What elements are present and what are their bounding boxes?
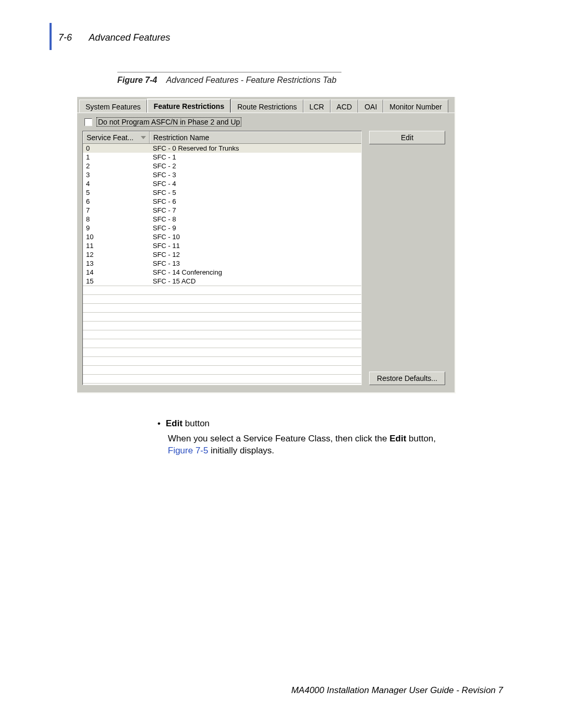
grid-line bbox=[83, 303, 361, 304]
page-number: 7-6 bbox=[58, 32, 72, 43]
tab-route-restrictions[interactable]: Route Restrictions bbox=[231, 100, 303, 113]
cell-restriction-name: SFC - 7 bbox=[150, 206, 361, 215]
cell-restriction-name: SFC - 8 bbox=[150, 215, 361, 224]
header-accent-bar bbox=[50, 23, 52, 50]
body-text: • Edit button When you select a Service … bbox=[157, 418, 455, 457]
grid-line bbox=[83, 286, 361, 286]
cell-sfc: 13 bbox=[83, 259, 150, 268]
cell-sfc: 6 bbox=[83, 197, 150, 206]
column-header-restriction-name[interactable]: Restriction Name bbox=[150, 131, 361, 143]
cell-restriction-name: SFC - 2 bbox=[150, 162, 361, 170]
cell-restriction-name: SFC - 15 ACD bbox=[150, 277, 361, 286]
restriction-list[interactable]: Service Feat... Restriction Name 0SFC - … bbox=[82, 131, 362, 385]
edit-button[interactable]: Edit bbox=[369, 131, 445, 144]
cell-restriction-name: SFC - 14 Conferencing bbox=[150, 268, 361, 277]
asfc-checkbox-label: Do not Program ASFC/N in Phase 2 and Up bbox=[96, 117, 241, 127]
cell-sfc: 11 bbox=[83, 241, 150, 250]
asfc-checkbox-row: Do not Program ASFC/N in Phase 2 and Up bbox=[84, 117, 449, 127]
figure-rule bbox=[117, 72, 341, 72]
cell-restriction-name: SFC - 12 bbox=[150, 250, 361, 259]
cell-sfc: 10 bbox=[83, 232, 150, 241]
table-row[interactable]: 4SFC - 4 bbox=[83, 179, 361, 188]
cell-sfc: 0 bbox=[83, 144, 150, 153]
running-footer: MA4000 Installation Manager User Guide -… bbox=[291, 685, 503, 696]
table-row[interactable]: 1SFC - 1 bbox=[83, 153, 361, 162]
column-header-service-feat[interactable]: Service Feat... bbox=[83, 131, 150, 143]
para-mid: button, bbox=[406, 434, 436, 443]
table-row[interactable]: 5SFC - 5 bbox=[83, 188, 361, 197]
section-title: Advanced Features bbox=[89, 32, 170, 43]
table-row[interactable]: 11SFC - 11 bbox=[83, 241, 361, 250]
para-pre: When you select a Service Feature Class,… bbox=[168, 434, 389, 443]
grid-line bbox=[83, 312, 361, 313]
cell-sfc: 1 bbox=[83, 153, 150, 162]
cell-restriction-name: SFC - 0 Reserved for Trunks bbox=[150, 144, 361, 153]
cell-sfc: 15 bbox=[83, 277, 150, 286]
sort-descending-icon bbox=[141, 136, 146, 139]
cell-sfc: 2 bbox=[83, 162, 150, 170]
table-row[interactable]: 15SFC - 15 ACD bbox=[83, 277, 361, 286]
cell-restriction-name: SFC - 10 bbox=[150, 232, 361, 241]
asfc-checkbox[interactable] bbox=[84, 118, 92, 126]
grid-line bbox=[83, 383, 361, 384]
cell-restriction-name: SFC - 4 bbox=[150, 179, 361, 188]
table-row[interactable]: 3SFC - 3 bbox=[83, 170, 361, 179]
running-header: 7-6 Advanced Features bbox=[58, 32, 170, 43]
figure-title: Advanced Features - Feature Restrictions… bbox=[166, 76, 337, 84]
table-row[interactable]: 8SFC - 8 bbox=[83, 215, 361, 224]
column-header-restriction-name-label: Restriction Name bbox=[153, 133, 209, 142]
tab-strip: System Features Feature Restrictions Rou… bbox=[77, 97, 455, 113]
cell-sfc: 7 bbox=[83, 206, 150, 215]
cell-restriction-name: SFC - 3 bbox=[150, 170, 361, 179]
tab-oai[interactable]: OAI bbox=[358, 100, 383, 113]
cell-restriction-name: SFC - 13 bbox=[150, 259, 361, 268]
tab-lcr[interactable]: LCR bbox=[303, 100, 331, 113]
side-buttons: Edit Restore Defaults... bbox=[369, 131, 449, 385]
cell-restriction-name: SFC - 11 bbox=[150, 241, 361, 250]
cell-restriction-name: SFC - 5 bbox=[150, 188, 361, 197]
list-body: 0SFC - 0 Reserved for Trunks1SFC - 12SFC… bbox=[83, 144, 361, 385]
cell-restriction-name: SFC - 1 bbox=[150, 153, 361, 162]
grid-line bbox=[83, 294, 361, 295]
cell-sfc: 3 bbox=[83, 170, 150, 179]
table-row[interactable]: 13SFC - 13 bbox=[83, 259, 361, 268]
grid-line bbox=[83, 365, 361, 366]
grid-line bbox=[83, 321, 361, 322]
tab-feature-restrictions[interactable]: Feature Restrictions bbox=[147, 98, 231, 113]
table-row[interactable]: 12SFC - 12 bbox=[83, 250, 361, 259]
tab-monitor-number[interactable]: Monitor Number bbox=[383, 100, 448, 113]
figure-label: Figure 7-4 bbox=[117, 76, 157, 84]
table-row[interactable]: 2SFC - 2 bbox=[83, 162, 361, 170]
cell-restriction-name: SFC - 9 bbox=[150, 224, 361, 232]
cell-sfc: 12 bbox=[83, 250, 150, 259]
cell-sfc: 8 bbox=[83, 215, 150, 224]
cell-sfc: 4 bbox=[83, 179, 150, 188]
table-row[interactable]: 0SFC - 0 Reserved for Trunks bbox=[83, 144, 361, 153]
cell-restriction-name: SFC - 6 bbox=[150, 197, 361, 206]
list-header: Service Feat... Restriction Name bbox=[83, 131, 361, 144]
tab-body: Do not Program ASFC/N in Phase 2 and Up … bbox=[77, 113, 455, 392]
table-row[interactable]: 6SFC - 6 bbox=[83, 197, 361, 206]
table-row[interactable]: 14SFC - 14 Conferencing bbox=[83, 268, 361, 277]
table-row[interactable]: 7SFC - 7 bbox=[83, 206, 361, 215]
grid-line bbox=[83, 356, 361, 357]
table-row[interactable]: 9SFC - 9 bbox=[83, 224, 361, 232]
cell-sfc: 5 bbox=[83, 188, 150, 197]
figure-link[interactable]: Figure 7-5 bbox=[168, 446, 208, 455]
column-header-service-feat-label: Service Feat... bbox=[87, 133, 133, 142]
bullet-icon: • bbox=[157, 418, 161, 430]
para-bold: Edit bbox=[389, 434, 406, 443]
grid-line bbox=[83, 348, 361, 348]
table-row[interactable]: 10SFC - 10 bbox=[83, 232, 361, 241]
tab-system-features[interactable]: System Features bbox=[79, 100, 147, 113]
cell-sfc: 14 bbox=[83, 268, 150, 277]
bullet-heading-rest: button bbox=[182, 418, 210, 428]
figure-caption: Figure 7-4 Advanced Features - Feature R… bbox=[117, 72, 341, 85]
bullet-heading-bold: Edit bbox=[166, 418, 182, 428]
cell-sfc: 9 bbox=[83, 224, 150, 232]
tab-acd[interactable]: ACD bbox=[331, 100, 359, 113]
grid-line bbox=[83, 330, 361, 330]
grid-line bbox=[83, 339, 361, 339]
restore-defaults-button[interactable]: Restore Defaults... bbox=[369, 372, 445, 385]
grid-line bbox=[83, 374, 361, 375]
